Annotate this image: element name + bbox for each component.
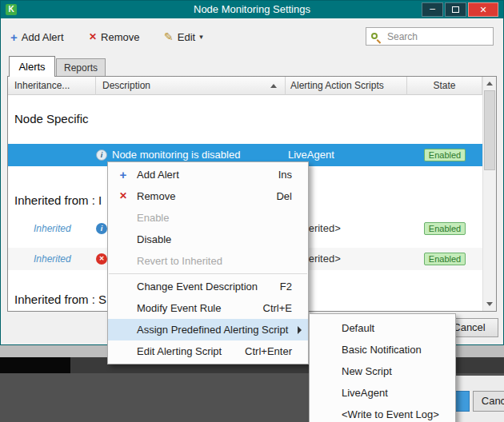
- arrow-down-icon: [486, 302, 493, 306]
- submenu-item-liveagent[interactable]: LiveAgent: [310, 382, 455, 404]
- menu-item-label: Edit Alerting Script: [137, 345, 222, 357]
- status-badge: Enabled: [424, 222, 466, 235]
- tab-reports[interactable]: Reports: [56, 58, 106, 77]
- add-alert-button[interactable]: + Add Alert: [10, 28, 64, 46]
- info-icon: i: [96, 149, 107, 161]
- vertical-scrollbar[interactable]: [482, 77, 496, 311]
- submenu-item-basic-notification[interactable]: Basic Notification: [310, 339, 455, 360]
- info-icon: i: [96, 223, 107, 234]
- minimize-button[interactable]: –: [422, 2, 443, 17]
- remove-label: Remove: [101, 31, 139, 43]
- add-alert-label: Add Alert: [22, 31, 64, 43]
- sort-ascending-icon: [270, 84, 277, 88]
- submenu-item-write-to-event-log[interactable]: <Write to Event Log>: [310, 404, 455, 422]
- column-header-label: Description: [102, 80, 150, 91]
- column-header-scripts[interactable]: Alerting Action Scripts: [286, 77, 407, 95]
- menu-item-shortcut: F2: [280, 276, 292, 297]
- titlebar: K Node Monitoring Settings – ✕: [1, 1, 503, 18]
- search-box[interactable]: [366, 27, 494, 46]
- plus-icon: +: [116, 164, 130, 185]
- edit-label: Edit: [178, 31, 195, 43]
- close-button[interactable]: ✕: [468, 2, 498, 17]
- remove-icon: ✕: [116, 185, 130, 207]
- menu-item-label: Change Event Description: [137, 281, 258, 293]
- pencil-icon: ✎: [164, 30, 174, 43]
- menu-item-shortcut: Ctrl+Enter: [245, 340, 292, 362]
- chevron-down-icon: ▾: [199, 33, 203, 41]
- submenu-item-default[interactable]: Default: [310, 317, 455, 339]
- submenu-arrow-icon: [298, 326, 302, 334]
- menu-separator: [109, 273, 307, 274]
- menu-item-label: Disable: [137, 233, 171, 245]
- group-header-node-specific: Node Specific: [14, 112, 89, 125]
- menu-item-change-event-description[interactable]: Change Event Description F2: [108, 276, 308, 297]
- row-description: Node monitoring is disabled: [112, 149, 240, 161]
- menu-item-label: Assign Predefined Alerting Script: [137, 324, 288, 336]
- menu-item-remove[interactable]: ✕ Remove Del: [108, 185, 308, 207]
- row-script: LiveAgent: [288, 149, 334, 161]
- search-icon: [371, 32, 381, 42]
- remove-icon: ✕: [89, 31, 97, 42]
- tab-alerts[interactable]: Alerts: [9, 56, 55, 77]
- menu-item-add-alert[interactable]: + Add Alert Ins: [108, 164, 308, 185]
- scroll-up-button[interactable]: [483, 77, 496, 90]
- menu-item-revert-to-inherited[interactable]: Revert to Inherited: [108, 250, 308, 272]
- alerting-script-submenu: Default Basic Notification New Script Li…: [309, 313, 456, 422]
- column-header-description[interactable]: Description: [96, 77, 286, 95]
- maximize-button[interactable]: [445, 2, 466, 17]
- search-input[interactable]: [386, 30, 488, 43]
- menu-item-label: Revert to Inherited: [137, 255, 222, 267]
- menu-item-disable[interactable]: Disable: [108, 229, 308, 250]
- row-inheritance: Inherited: [34, 253, 71, 265]
- table-header: Inheritance... Description Alerting Acti…: [8, 77, 482, 95]
- error-icon: ✕: [96, 253, 107, 265]
- maximize-icon: [452, 6, 459, 13]
- menu-item-shortcut: Del: [276, 185, 292, 207]
- submenu-item-new-script[interactable]: New Script: [310, 360, 455, 382]
- menu-item-label: Add Alert: [137, 169, 179, 181]
- edit-dropdown-button[interactable]: ✎ Edit ▾: [164, 28, 203, 46]
- menu-item-assign-predefined-alerting-script[interactable]: Assign Predefined Alerting Script: [108, 319, 308, 340]
- status-badge: Enabled: [424, 149, 466, 161]
- menu-item-enable[interactable]: Enable: [108, 207, 308, 229]
- menu-item-modify-event-rule[interactable]: Modify Event Rule Ctrl+E: [108, 297, 308, 319]
- menu-item-shortcut: Ins: [278, 164, 292, 185]
- row-inheritance: Inherited: [34, 223, 71, 234]
- group-header-inherited-1: Inherited from : I: [14, 193, 102, 207]
- menu-item-label: Modify Event Rule: [137, 302, 222, 314]
- group-header-inherited-2: Inherited from : S: [14, 293, 106, 306]
- remove-button[interactable]: ✕ Remove: [89, 28, 139, 46]
- menu-item-label: Enable: [137, 212, 169, 224]
- plus-icon: +: [10, 31, 18, 43]
- column-header-state[interactable]: State: [407, 77, 482, 95]
- background-dialog-cancel-button[interactable]: Cancel: [473, 391, 504, 412]
- menu-item-edit-alerting-script[interactable]: Edit Alerting Script Ctrl+Enter: [108, 340, 308, 362]
- status-badge: Enabled: [424, 253, 466, 265]
- arrow-up-icon: [486, 82, 493, 86]
- menu-item-label: Remove: [137, 190, 175, 202]
- scrollbar-thumb[interactable]: [484, 90, 495, 170]
- context-menu: + Add Alert Ins ✕ Remove Del Enable Disa…: [107, 161, 309, 364]
- scroll-down-button[interactable]: [483, 297, 496, 311]
- column-header-inheritance[interactable]: Inheritance...: [8, 77, 96, 95]
- menu-item-shortcut: Ctrl+E: [263, 297, 292, 319]
